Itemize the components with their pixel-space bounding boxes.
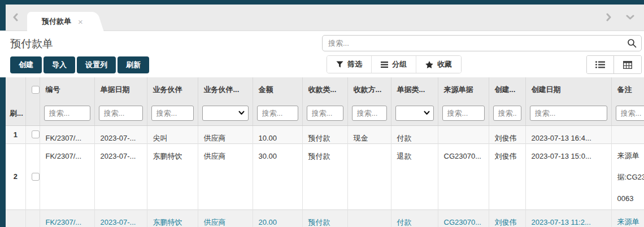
group-by-button[interactable]: 分组 [372,56,416,73]
favorites-button[interactable]: 收藏 [416,56,461,73]
filter-input-number[interactable] [44,106,90,121]
column-header-amount[interactable]: 金额 [253,77,302,102]
table-scroll-container[interactable]: 编号单据日期业务伙伴业务伙伴...金额收款类...收款方...单据类...来源单… [6,77,644,227]
cell-creator: 刘俊伟 [489,143,525,209]
toolbar: 创建 导入 设置列 刷新 筛选 分组 [10,55,642,74]
chevron-down-icon [626,15,634,20]
cell-number: FK/2307/... [40,125,94,143]
left-accent-strip [0,77,6,227]
page-title: 预付款单 [10,37,53,51]
list-view-icon [595,61,605,68]
search-input[interactable] [322,35,642,51]
column-header-doc_date[interactable]: 单据日期 [94,77,147,102]
tab-close-icon[interactable]: × [78,18,83,26]
table-header-row: 编号单据日期业务伙伴业务伙伴...金额收款类...收款方...单据类...来源单… [6,77,644,102]
tabs-scroll-left-button[interactable] [7,4,24,30]
filter-cell-creator [489,102,525,125]
column-header-select [25,77,40,102]
filter-button[interactable]: 筛选 [327,56,372,73]
tabs-menu-button[interactable] [621,4,638,30]
column-header-create_date[interactable]: 创建日期 [525,77,611,102]
cell-source_doc: CG23070... [438,209,489,227]
select-all-checkbox[interactable] [32,86,40,94]
cell-receipt_method [347,209,391,227]
filter-input-remark[interactable] [616,106,644,121]
list-view-table-area: 编号单据日期业务伙伴业务伙伴...金额收款类...收款方...单据类...来源单… [0,77,644,227]
cell-source_doc [438,125,489,143]
group-by-button-label: 分组 [392,59,407,69]
cell-source_doc: CG23070... [438,143,489,209]
filter-input-amount[interactable] [257,106,298,121]
filter-button-label: 筛选 [347,59,362,69]
top-accent-bar [0,0,644,5]
column-header-source_doc[interactable]: 来源单据 [438,77,489,102]
filter-input-receipt_method[interactable] [352,106,387,121]
filter-button-group: 筛选 分组 收藏 [327,55,462,73]
filter-input-create_date[interactable] [530,106,607,121]
filter-select-doc_type[interactable] [395,106,434,121]
filter-cell-doc_date [94,102,147,125]
filter-cell-doc_type [391,102,438,125]
search-box [322,35,642,51]
filter-input-partner[interactable] [151,106,194,121]
cell-doc_type: 退款 [391,143,438,209]
refresh-button[interactable]: 刷新 [118,56,149,73]
left-accent-strip [0,5,6,30]
view-toggle-group [586,55,642,74]
list-view-button[interactable] [587,56,614,73]
column-header-receipt_type[interactable]: 收款类... [302,77,347,102]
filter-input-creator[interactable] [493,106,521,121]
cell-doc_date: 2023-07-... [94,125,147,143]
cell-receipt_method [347,143,391,209]
column-header-rownum [6,77,25,102]
table-row[interactable]: 2FK/2307/...2023-07-...东鹏特饮供应商30.00预付款退款… [6,143,644,209]
column-header-partner[interactable]: 业务伙伴 [147,77,198,102]
cell-create_date: 2023-07-13 11:2... [525,209,611,227]
cell-partner_type: 供应商 [198,209,253,227]
tab-bar: 预付款单 × [0,5,644,31]
search-icon [627,38,637,48]
tab-label: 预付款单 [42,16,71,27]
filter-input-receipt_type[interactable] [307,106,343,121]
column-header-creator[interactable]: 创建... [489,77,525,102]
column-header-remark[interactable]: 备注 [611,77,644,102]
grid-view-icon [623,61,632,69]
grid-view-button[interactable] [614,56,641,73]
cell-create_date: 2023-07-13 16:4... [525,125,611,143]
cell-partner: 东鹏特饮 [147,143,198,209]
column-header-number[interactable]: 编号 [40,77,94,102]
cell-remark: 来源单 据:CG23 0063 [611,143,644,209]
column-header-receipt_method[interactable]: 收款方... [347,77,391,102]
cell-number: FK/2307/... [40,143,94,209]
filter-input-source_doc[interactable] [442,106,485,121]
table-row[interactable]: 1FK/2307/...2023-07-...尖叫供应商10.00预付款现金付款… [6,125,644,143]
cell-doc_type: 付款 [391,125,438,143]
row-checkbox[interactable] [32,173,40,181]
cell-amount: 20.00 [253,209,302,227]
tab-prepayment[interactable]: 预付款单 × [27,12,93,31]
cell-partner_type: 供应商 [198,143,253,209]
table-row[interactable]: 3FK/2307/...2023-07-...东鹏特饮供应商20.00预付款付款… [6,209,644,227]
prepayment-list-page: 预付款单 × 预付款单 创建 导入 设置列 刷新 [0,0,644,227]
filter-select-partner_type[interactable] [202,106,249,121]
cell-doc_date: 2023-07-... [94,209,147,227]
import-button[interactable]: 导入 [43,56,75,73]
set-columns-button[interactable]: 设置列 [77,56,116,73]
cell-remark: 来源单 据:CG23 0063 [611,209,644,227]
cell-creator: 刘俊伟 [489,209,525,227]
filter-input-doc_date[interactable] [99,106,143,121]
cell-receipt_type: 预付款 [302,143,347,209]
cell-doc_date: 2023-07-... [94,143,147,209]
column-header-doc_type[interactable]: 单据类... [391,77,438,102]
filter-cell-receipt_type [302,102,347,125]
cell-receipt_type: 预付款 [302,125,347,143]
select-caret-icon [424,111,430,115]
row-checkbox[interactable] [32,130,40,138]
cell-create_date: 2023-07-13 15:0... [525,143,611,209]
funnel-icon [336,61,343,68]
column-header-partner_type[interactable]: 业务伙伴... [198,77,253,102]
cell-partner: 尖叫 [147,125,198,143]
create-button[interactable]: 创建 [10,56,42,73]
tabs-scroll-right-button[interactable] [600,4,617,30]
cell-partner: 东鹏特饮 [147,209,198,227]
